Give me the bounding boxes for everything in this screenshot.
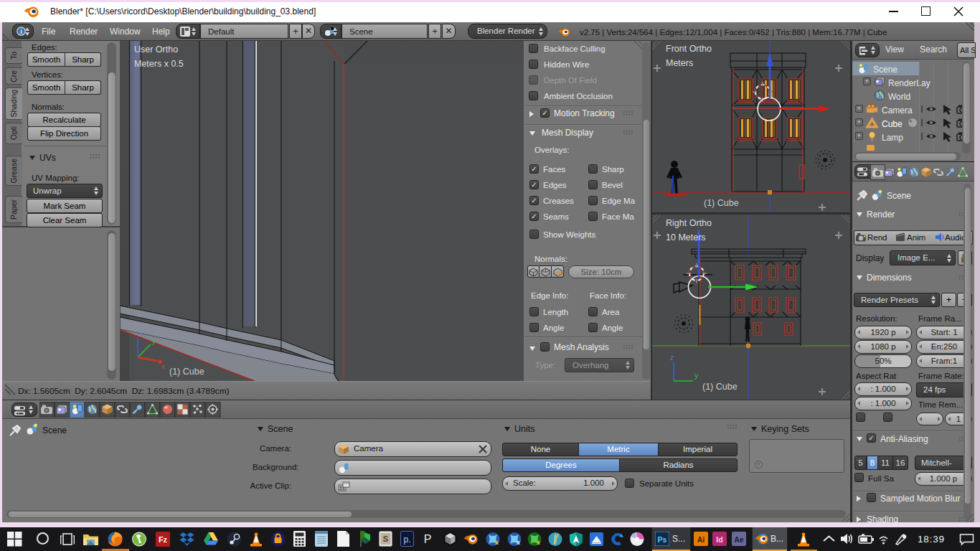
svg-text:(1) Cube: (1) Cube: [704, 198, 739, 208]
svg-text:Id: Id: [716, 535, 722, 544]
svg-text:Meters: Meters: [666, 58, 693, 68]
svg-text:p.: p.: [403, 534, 410, 545]
svg-text:x: x: [495, 539, 499, 546]
svg-text:x: x: [517, 539, 520, 546]
svg-text:y: y: [694, 372, 698, 380]
svg-text:S: S: [383, 534, 388, 543]
svg-text:Right Ortho: Right Ortho: [666, 218, 712, 228]
svg-text:i: i: [20, 28, 22, 35]
svg-text:y: y: [152, 338, 156, 345]
svg-text:Meters x 0.5: Meters x 0.5: [134, 59, 184, 69]
svg-text:x: x: [161, 363, 165, 370]
svg-text:z: z: [140, 331, 143, 338]
svg-text:x: x: [537, 539, 540, 546]
svg-text:Fz: Fz: [159, 535, 168, 544]
svg-text:Ps: Ps: [658, 535, 667, 544]
svg-text:P: P: [424, 533, 432, 545]
svg-text:Ai: Ai: [697, 535, 705, 544]
svg-text:10 Meters: 10 Meters: [666, 232, 706, 242]
svg-text:Front Ortho: Front Ortho: [666, 44, 712, 54]
svg-text:(1) Cube: (1) Cube: [702, 382, 738, 392]
svg-text:(1) Cube: (1) Cube: [169, 367, 204, 377]
svg-text:z: z: [670, 354, 674, 362]
svg-text:User Ortho: User Ortho: [134, 44, 178, 55]
svg-text:Ae: Ae: [734, 535, 744, 544]
